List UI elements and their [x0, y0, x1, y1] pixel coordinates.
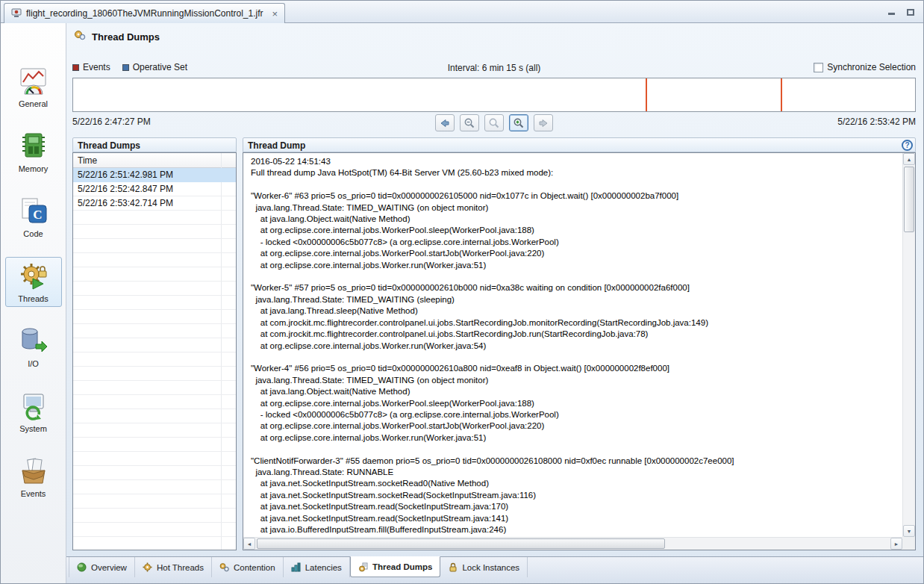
thread-dump-panel-header: Thread Dump ? — [243, 137, 916, 152]
sidebar-item-system[interactable]: System — [5, 387, 62, 437]
synchronize-selection-checkbox[interactable] — [814, 63, 823, 72]
page-header: Thread Dumps — [74, 29, 160, 44]
tab-latencies[interactable]: Latencies — [284, 557, 350, 577]
sidebar-item-general[interactable]: General — [5, 62, 62, 112]
tab-label: Thread Dumps — [372, 562, 433, 571]
sidebar: General Memory C Code Threads I/O System… — [1, 23, 66, 583]
legend-row: Events Operative Set Interval: 6 min 15 … — [72, 62, 916, 75]
lock-instances-icon — [448, 562, 458, 572]
io-icon — [19, 326, 49, 356]
sidebar-item-label: Memory — [19, 164, 49, 173]
bottom-tab-bar: Overview Hot Threads Contention Latencie… — [66, 556, 923, 583]
latencies-icon — [291, 562, 301, 572]
vertical-scroll-thumb[interactable] — [904, 167, 914, 232]
thread-dump-text[interactable]: 2016-05-22 14:51:43 Full thread dump Jav… — [243, 153, 902, 537]
table-rows: 5/22/16 2:51:42.981 PM 5/22/16 2:52:42.8… — [73, 168, 236, 550]
page-title: Thread Dumps — [92, 31, 160, 43]
thread-dumps-panel-title: Thread Dumps — [72, 137, 237, 152]
memory-icon — [19, 131, 49, 161]
scroll-up-icon[interactable]: ▲ — [903, 153, 915, 165]
tab-label: Latencies — [305, 563, 342, 572]
flight-recording-icon — [11, 7, 22, 20]
table-row[interactable]: 5/22/16 2:51:42.981 PM — [73, 168, 236, 182]
table-row[interactable]: 5/22/16 2:53:42.714 PM — [73, 196, 236, 211]
zoom-in-button[interactable] — [509, 114, 528, 131]
back-button[interactable] — [435, 114, 455, 131]
scroll-down-icon[interactable]: ▼ — [903, 525, 915, 537]
timeline-marker — [646, 78, 647, 111]
close-tab-icon[interactable]: × — [272, 8, 278, 19]
timeline-start-time: 5/22/16 2:47:27 PM — [72, 117, 151, 127]
sidebar-item-threads[interactable]: Threads — [5, 257, 62, 307]
vertical-scrollbar[interactable]: ▲ ▼ — [902, 153, 915, 537]
tab-label: Contention — [234, 563, 275, 572]
zoom-out-button[interactable] — [460, 114, 479, 131]
thread-dump-panel: Thread Dump ? 2016-05-22 14:51:43 Full t… — [243, 137, 916, 550]
system-icon — [19, 391, 49, 421]
sidebar-item-label: I/O — [28, 359, 39, 368]
horizontal-scrollbar[interactable]: ◄ ► — [243, 537, 902, 550]
scroll-left-icon[interactable]: ◄ — [243, 538, 255, 550]
timeline-end-time: 5/22/16 2:53:42 PM — [837, 117, 916, 127]
sidebar-item-events[interactable]: Events — [5, 452, 62, 502]
table-row[interactable]: 5/22/16 2:52:42.847 PM — [73, 182, 236, 196]
editor-tab[interactable]: flight_recording_18060TheJVMRunningMissi… — [4, 3, 285, 23]
tab-label: Overview — [91, 563, 127, 572]
minimize-icon[interactable] — [886, 6, 897, 16]
view-controls — [886, 6, 916, 16]
events-icon — [19, 456, 49, 486]
editor-tab-bar: flight_recording_18060TheJVMRunningMissi… — [1, 1, 923, 23]
thread-dumps-icon — [358, 562, 368, 572]
sidebar-item-label: Code — [23, 229, 43, 238]
tab-hot-threads[interactable]: Hot Threads — [135, 557, 212, 577]
hot-threads-icon — [143, 562, 152, 572]
sidebar-item-io[interactable]: I/O — [5, 322, 62, 372]
help-icon[interactable]: ? — [902, 140, 913, 151]
tab-thread-dumps[interactable]: Thread Dumps — [350, 556, 441, 577]
tab-overview[interactable]: Overview — [69, 557, 135, 577]
zoom-toolbar — [435, 114, 553, 131]
threads-icon — [19, 261, 49, 291]
interval-label: Interval: 6 min 15 s (all) — [72, 63, 916, 73]
contention-icon — [219, 562, 229, 572]
tab-label: Hot Threads — [157, 563, 204, 572]
timeline-footer: 5/22/16 2:47:27 PM 5/22/16 2:53:42 PM — [72, 114, 916, 135]
time-column-header[interactable]: Time — [73, 153, 236, 168]
reset-zoom-button[interactable] — [484, 114, 504, 131]
sidebar-item-label: Events — [21, 489, 46, 498]
tab-lock-instances[interactable]: Lock Instances — [440, 557, 528, 577]
synchronize-selection-label: Synchronize Selection — [827, 62, 916, 72]
code-icon: C — [19, 196, 49, 226]
main-content: Thread Dumps Events Operative Set Interv… — [66, 23, 923, 583]
svg-text:C: C — [33, 208, 42, 222]
forward-button[interactable] — [534, 114, 553, 131]
thread-dumps-icon — [74, 29, 86, 44]
sidebar-item-label: General — [19, 99, 48, 108]
gauge-icon — [19, 66, 49, 96]
sidebar-item-label: Threads — [18, 294, 48, 303]
sidebar-item-code[interactable]: C Code — [5, 192, 62, 242]
timeline-chart[interactable] — [72, 78, 916, 112]
timeline-marker — [781, 78, 782, 111]
thread-dumps-table: Time 5/22/16 2:51:42.981 PM 5/22/16 2:52… — [72, 152, 237, 550]
tab-contention[interactable]: Contention — [212, 557, 284, 577]
maximize-icon[interactable] — [905, 6, 916, 16]
sidebar-item-label: System — [19, 424, 47, 433]
thread-dumps-panel: Thread Dumps Time 5/22/16 2:51:42.981 PM… — [72, 137, 237, 550]
horizontal-scroll-thumb[interactable] — [257, 538, 665, 549]
tab-label: Lock Instances — [462, 563, 519, 572]
scroll-right-icon[interactable]: ► — [890, 538, 902, 550]
thread-dump-panel-title: Thread Dump — [248, 140, 305, 151]
application-window: flight_recording_18060TheJVMRunningMissi… — [0, 0, 924, 584]
sidebar-item-memory[interactable]: Memory — [5, 127, 62, 177]
thread-dump-viewer: 2016-05-22 14:51:43 Full thread dump Jav… — [243, 152, 916, 550]
editor-tab-title: flight_recording_18060TheJVMRunningMissi… — [26, 8, 263, 19]
scrollbar-corner — [902, 537, 915, 550]
overview-icon — [77, 562, 87, 572]
